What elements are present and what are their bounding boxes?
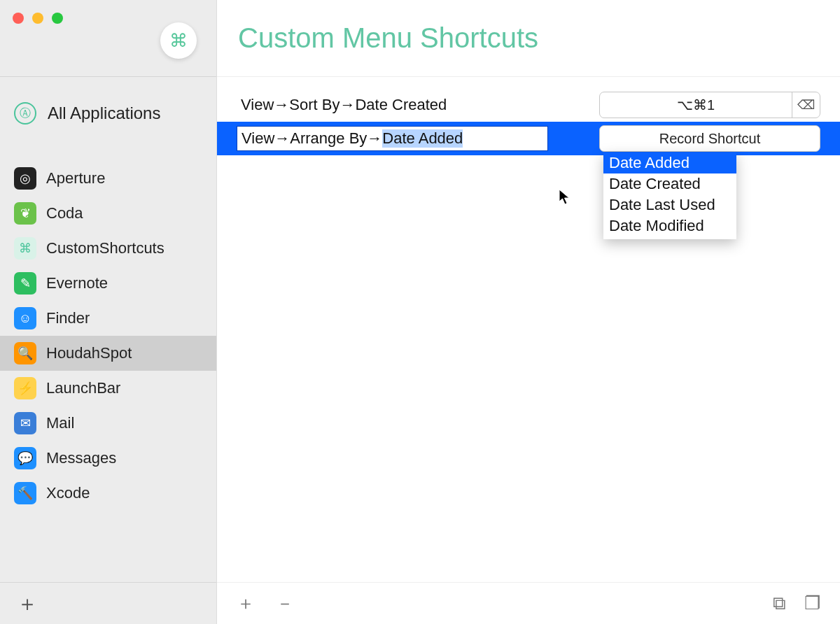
window-clone-button[interactable]: ⧉ <box>773 593 786 614</box>
command-icon: ⌘ <box>169 30 188 52</box>
sidebar-all-apps-section: Ⓐ All Applications <box>0 77 216 140</box>
app-label: Evernote <box>46 274 108 292</box>
sidebar-item-finder[interactable]: ☺ Finder <box>0 301 216 336</box>
finder-icon: ☺ <box>14 307 36 329</box>
sidebar: ⌘ Ⓐ All Applications ◎ Aperture ❦ Coda ⌘… <box>0 0 217 624</box>
zoom-window-button[interactable] <box>52 13 63 24</box>
sidebar-item-aperture[interactable]: ◎ Aperture <box>0 161 216 196</box>
app-window: ⌘ Ⓐ All Applications ◎ Aperture ❦ Coda ⌘… <box>0 0 840 624</box>
record-shortcut-label: Record Shortcut <box>659 131 761 147</box>
menu-path-prefix: View→Arrange By→ <box>241 129 382 148</box>
app-logo-icon: ⌘ <box>160 22 197 59</box>
sidebar-item-evernote[interactable]: ✎ Evernote <box>0 266 216 301</box>
sidebar-item-mail[interactable]: ✉ Mail <box>0 406 216 441</box>
sidebar-item-houdahspot[interactable]: 🔍 HoudahSpot <box>0 336 216 371</box>
add-app-button[interactable]: ＋ <box>17 593 38 614</box>
cursor-icon <box>559 189 571 210</box>
app-label: Aperture <box>46 169 105 187</box>
sidebar-footer: ＋ <box>0 582 216 624</box>
app-label: Coda <box>46 204 83 222</box>
launchbar-icon: ⚡ <box>14 377 36 399</box>
evernote-icon: ✎ <box>14 272 36 295</box>
traffic-lights <box>13 13 63 24</box>
shortcut-rows: View→Sort By→Date Created ⌥⌘1 ⌫ View→Arr… <box>217 77 840 155</box>
coda-icon: ❦ <box>14 202 36 225</box>
xcode-icon: 🔨 <box>14 482 36 504</box>
app-label: Mail <box>46 414 74 432</box>
all-applications-label: All Applications <box>48 104 160 123</box>
shortcut-display: ⌥⌘1 <box>600 97 792 113</box>
app-label: Messages <box>46 449 116 467</box>
shortcut-row[interactable]: View→Sort By→Date Created ⌥⌘1 ⌫ <box>217 88 840 122</box>
autocomplete-item[interactable]: Date Modified <box>603 215 736 236</box>
menu-path-field[interactable]: View→Sort By→Date Created <box>237 92 548 118</box>
sidebar-item-xcode[interactable]: 🔨 Xcode <box>0 476 216 511</box>
app-label: LaunchBar <box>46 379 120 397</box>
window-duplicate-button[interactable]: ❐ <box>804 593 820 614</box>
main-header: Custom Menu Shortcuts <box>217 0 840 77</box>
autocomplete-item[interactable]: Date Created <box>603 173 736 194</box>
appstore-icon: Ⓐ <box>14 102 36 125</box>
app-label: CustomShortcuts <box>46 239 164 257</box>
main-footer: ＋ － ⧉ ❐ <box>217 582 840 624</box>
shortcut-row-selected[interactable]: View→Arrange By→Date Added Record Shortc… <box>217 122 840 155</box>
sidebar-item-all-applications[interactable]: Ⓐ All Applications <box>0 94 216 133</box>
add-shortcut-button[interactable]: ＋ <box>237 591 255 616</box>
menu-path-completion: Date Added <box>382 129 463 148</box>
titlebar: ⌘ <box>0 0 216 77</box>
shortcut-recorder[interactable]: ⌥⌘1 ⌫ <box>599 92 820 118</box>
app-label: Xcode <box>46 484 90 502</box>
menu-path-input[interactable]: View→Arrange By→Date Added <box>237 126 548 151</box>
app-list: ◎ Aperture ❦ Coda ⌘ CustomShortcuts ✎ Ev… <box>0 161 216 582</box>
autocomplete-menu: Date Added Date Created Date Last Used D… <box>603 153 736 239</box>
app-label: HoudahSpot <box>46 344 132 362</box>
autocomplete-item[interactable]: Date Last Used <box>603 194 736 215</box>
record-shortcut-button[interactable]: Record Shortcut <box>599 125 820 152</box>
sidebar-item-customshortcuts[interactable]: ⌘ CustomShortcuts <box>0 231 216 266</box>
customshortcuts-icon: ⌘ <box>14 237 36 260</box>
main-pane: Custom Menu Shortcuts View→Sort By→Date … <box>217 0 840 624</box>
minimize-window-button[interactable] <box>32 13 43 24</box>
houdahspot-icon: 🔍 <box>14 342 36 364</box>
close-window-button[interactable] <box>13 13 24 24</box>
clear-shortcut-button[interactable]: ⌫ <box>792 92 820 118</box>
app-label: Finder <box>46 309 90 327</box>
sidebar-item-messages[interactable]: 💬 Messages <box>0 441 216 476</box>
autocomplete-item[interactable]: Date Added <box>603 153 736 173</box>
sidebar-item-launchbar[interactable]: ⚡ LaunchBar <box>0 371 216 406</box>
mail-icon: ✉ <box>14 412 36 434</box>
menu-path-text: View→Sort By→Date Created <box>241 96 447 114</box>
remove-shortcut-button[interactable]: － <box>276 591 294 616</box>
sidebar-item-coda[interactable]: ❦ Coda <box>0 196 216 231</box>
delete-icon: ⌫ <box>797 97 815 113</box>
messages-icon: 💬 <box>14 447 36 469</box>
page-title: Custom Menu Shortcuts <box>238 22 538 54</box>
aperture-icon: ◎ <box>14 167 36 190</box>
